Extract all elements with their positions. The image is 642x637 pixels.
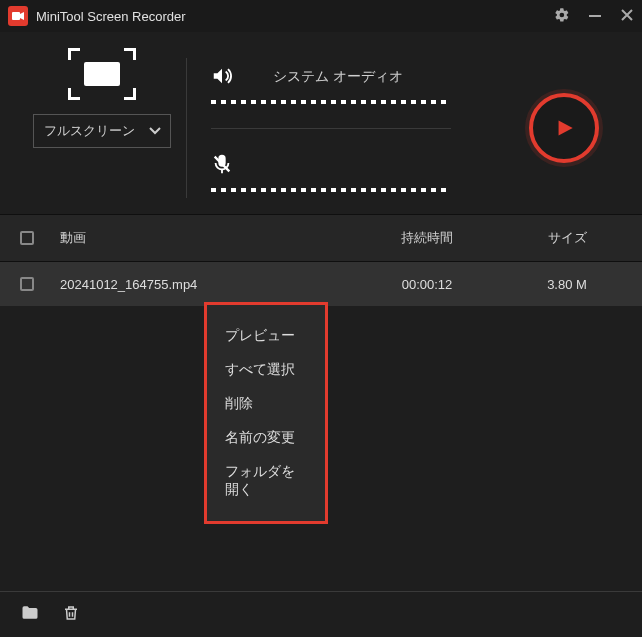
trash-icon[interactable] xyxy=(62,603,80,626)
table-row[interactable]: 20241012_164755.mp4 00:00:12 3.80 M xyxy=(0,262,642,306)
system-audio-level xyxy=(211,100,451,104)
svg-rect-0 xyxy=(12,12,20,20)
controls-panel: フルスクリーン システム オーディオ xyxy=(0,32,642,214)
select-all-checkbox[interactable] xyxy=(20,231,34,245)
close-button[interactable] xyxy=(620,8,634,25)
capture-mode-dropdown[interactable]: フルスクリーン xyxy=(33,114,171,148)
footer-toolbar xyxy=(0,591,642,637)
row-duration: 00:00:12 xyxy=(342,277,512,292)
column-header-duration[interactable]: 持続時間 xyxy=(342,229,512,247)
mic-audio-level xyxy=(211,188,451,192)
column-header-size[interactable]: サイズ xyxy=(512,229,622,247)
minimize-button[interactable] xyxy=(588,8,602,25)
app-icon xyxy=(8,6,28,26)
menu-item-delete[interactable]: 削除 xyxy=(207,387,325,421)
menu-item-rename[interactable]: 名前の変更 xyxy=(207,421,325,455)
app-title: MiniTool Screen Recorder xyxy=(36,9,554,24)
folder-icon[interactable] xyxy=(20,603,40,626)
row-checkbox[interactable] xyxy=(20,277,34,291)
menu-item-open-folder[interactable]: フォルダを開く xyxy=(207,455,325,507)
speaker-icon[interactable] xyxy=(211,65,233,90)
settings-icon[interactable] xyxy=(554,7,570,26)
table-header: 動画 持続時間 サイズ xyxy=(0,214,642,262)
record-button[interactable] xyxy=(529,93,599,163)
capture-area-icon[interactable] xyxy=(72,52,132,96)
titlebar: MiniTool Screen Recorder xyxy=(0,0,642,32)
menu-item-select-all[interactable]: すべて選択 xyxy=(207,353,325,387)
column-header-video[interactable]: 動画 xyxy=(60,229,342,247)
row-filename: 20241012_164755.mp4 xyxy=(60,277,342,292)
chevron-down-icon xyxy=(149,124,161,138)
divider xyxy=(211,128,451,129)
svg-rect-1 xyxy=(589,15,601,17)
context-menu: プレビュー すべて選択 削除 名前の変更 フォルダを開く xyxy=(204,302,328,524)
system-audio-label: システム オーディオ xyxy=(273,68,403,86)
capture-mode-label: フルスクリーン xyxy=(44,122,135,140)
row-size: 3.80 M xyxy=(512,277,622,292)
menu-item-preview[interactable]: プレビュー xyxy=(207,319,325,353)
microphone-muted-icon[interactable] xyxy=(211,153,233,178)
